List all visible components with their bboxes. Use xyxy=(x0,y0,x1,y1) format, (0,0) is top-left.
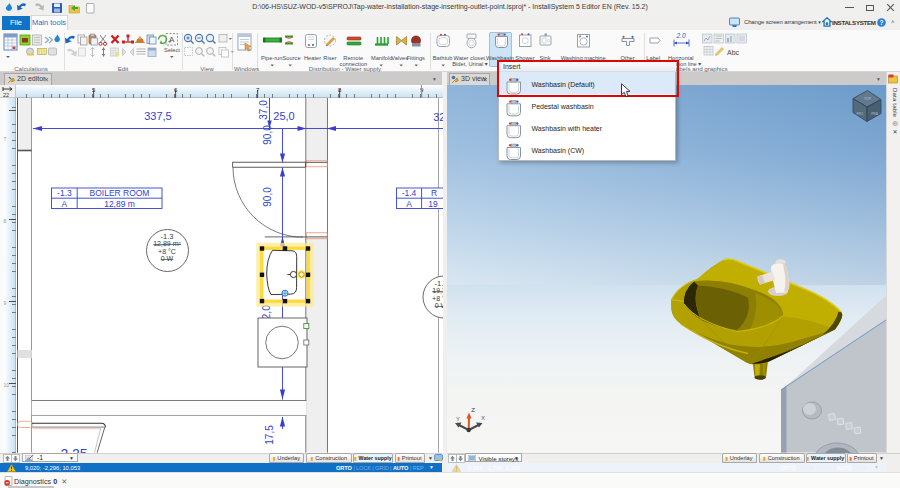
svg-text:TOP: TOP xyxy=(864,97,872,101)
svg-text:12,89 m: 12,89 m xyxy=(104,199,135,209)
svg-text:A: A xyxy=(406,199,412,209)
svg-text:Y: Y xyxy=(456,416,460,422)
svg-text:2,25: 2,25 xyxy=(60,446,87,453)
svg-text:90,0: 90,0 xyxy=(262,187,273,207)
svg-text:17,5: 17,5 xyxy=(264,425,275,445)
svg-text:337,5: 337,5 xyxy=(144,110,172,122)
svg-text:BOILER ROOM: BOILER ROOM xyxy=(90,188,150,198)
svg-text:12,89 m²: 12,89 m² xyxy=(153,240,181,247)
svg-text:FRO: FRO xyxy=(857,112,864,116)
svg-text:+8 °C: +8 °C xyxy=(158,248,176,255)
svg-text:-1.4: -1.4 xyxy=(402,188,417,198)
svg-text:A: A xyxy=(169,35,175,44)
svg-text:37,0: 37,0 xyxy=(258,100,269,120)
svg-text:?: ? xyxy=(879,19,883,26)
svg-text:19,35: 19,35 xyxy=(432,287,443,294)
svg-text:0 W: 0 W xyxy=(435,302,443,309)
svg-text:19: 19 xyxy=(428,199,438,209)
svg-text:90,0: 90,0 xyxy=(262,125,273,145)
svg-text:325,0: 325,0 xyxy=(433,111,443,123)
svg-text:25,0: 25,0 xyxy=(273,110,294,122)
svg-text:X: X xyxy=(481,415,485,421)
svg-text:Z: Z xyxy=(471,407,475,413)
svg-text:-1.3: -1.3 xyxy=(57,188,72,198)
svg-text:PRA: PRA xyxy=(871,112,878,116)
svg-text:A: A xyxy=(62,199,68,209)
svg-text:Abc: Abc xyxy=(727,49,740,56)
svg-text:+8 °C: +8 °C xyxy=(432,295,443,302)
svg-text:0 W: 0 W xyxy=(161,255,174,262)
svg-text:R: R xyxy=(431,188,437,198)
svg-text:2.0: 2.0 xyxy=(675,32,685,39)
